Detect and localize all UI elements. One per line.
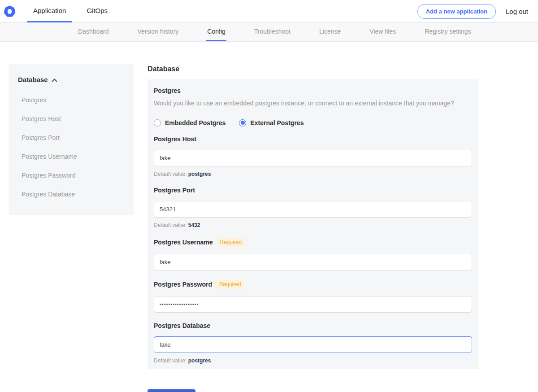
sidebar-item-postgres-host[interactable]: Postgres Host <box>18 111 125 126</box>
field-postgres-host: Postgres Host Default value: postgres <box>154 135 472 177</box>
primary-nav: Application GitOps <box>23 0 118 22</box>
default-value: postgres <box>188 357 211 364</box>
default-prefix: Default value: <box>154 171 188 177</box>
radio-external-postgres[interactable]: External Postgres <box>239 119 304 126</box>
postgres-username-label: Postgres Username <box>154 239 213 246</box>
sidebar-item-postgres-username[interactable]: Postgres Username <box>18 149 125 164</box>
radio-embedded-label: Embedded Postgres <box>165 119 226 126</box>
postgres-database-default-hint: Default value: postgres <box>154 357 472 364</box>
logout-link[interactable]: Log out <box>506 8 528 15</box>
postgres-port-label: Postgres Port <box>154 187 195 194</box>
field-postgres-port: Postgres Port Default value: 5432 <box>154 187 472 228</box>
sidebar-item-list: Postgres Postgres Host Postgres Port Pos… <box>18 92 125 202</box>
radio-unselected-icon[interactable] <box>154 119 161 126</box>
tab-application-label: Application <box>33 7 66 14</box>
tab-application[interactable]: Application <box>27 0 72 22</box>
config-sidebar: Database Postgres Postgres Host Postgres… <box>9 64 134 215</box>
kots-logo-icon <box>4 5 16 17</box>
postgres-password-label: Postgres Password <box>154 281 212 288</box>
group-label: Postgres <box>154 87 472 94</box>
field-postgres-username: Postgres Username Required <box>154 238 472 270</box>
radio-external-label: External Postgres <box>250 119 304 126</box>
postgres-mode-radio-group: Embedded Postgres External Postgres <box>154 119 472 126</box>
postgres-host-default-hint: Default value: postgres <box>154 171 472 177</box>
sidebar-group-database[interactable]: Database <box>18 76 125 83</box>
default-prefix: Default value: <box>154 357 188 364</box>
postgres-username-input[interactable] <box>154 254 472 270</box>
sidebar-group-label: Database <box>18 76 48 83</box>
config-group-panel: Postgres Would you like to use an embedd… <box>148 79 478 369</box>
tab-troubleshoot[interactable]: Troubleshoot <box>253 23 291 41</box>
default-value: 5432 <box>188 222 200 228</box>
tab-view-files[interactable]: View files <box>369 23 397 41</box>
sidebar-item-postgres[interactable]: Postgres <box>18 92 125 108</box>
postgres-database-label: Postgres Database <box>154 322 210 329</box>
postgres-port-default-hint: Default value: 5432 <box>154 222 472 228</box>
postgres-password-input[interactable] <box>154 296 472 313</box>
group-help-text: Would you like to use an embedded postgr… <box>154 99 472 108</box>
tab-dashboard[interactable]: Dashboard <box>77 23 110 41</box>
postgres-host-label: Postgres Host <box>154 135 196 143</box>
config-page: Database Postgres Postgres Host Postgres… <box>0 64 538 392</box>
add-new-application-button[interactable]: Add a new application <box>417 4 496 19</box>
tab-registry-settings[interactable]: Registry settings <box>424 23 472 41</box>
sidebar-item-postgres-database[interactable]: Postgres Database <box>18 187 125 202</box>
tab-gitops[interactable]: GitOps <box>80 0 114 22</box>
tab-version-history[interactable]: Version history <box>137 23 180 41</box>
section-title: Database <box>148 65 478 73</box>
save-config-button[interactable]: Save config <box>148 389 195 392</box>
app-logo[interactable] <box>4 0 23 22</box>
required-badge: Required <box>217 238 245 247</box>
default-value: postgres <box>188 171 211 177</box>
app-subnav: Dashboard Version history Config Trouble… <box>0 23 538 42</box>
default-prefix: Default value: <box>154 222 188 228</box>
tab-gitops-label: GitOps <box>87 7 108 14</box>
config-main: Database Postgres Would you like to use … <box>148 64 478 392</box>
field-postgres-password: Postgres Password Required <box>154 280 472 313</box>
postgres-port-input[interactable] <box>154 201 472 218</box>
header-actions: Add a new application Log out <box>417 0 538 22</box>
tab-config[interactable]: Config <box>206 23 226 41</box>
radio-selected-icon[interactable] <box>239 119 246 126</box>
chevron-up-icon <box>52 78 57 82</box>
postgres-database-input[interactable] <box>154 336 472 353</box>
tab-license[interactable]: License <box>318 23 342 41</box>
top-header: Application GitOps Add a new application… <box>0 0 538 23</box>
sidebar-item-postgres-port[interactable]: Postgres Port <box>18 130 125 145</box>
sidebar-item-postgres-password[interactable]: Postgres Password <box>18 168 125 183</box>
radio-embedded-postgres[interactable]: Embedded Postgres <box>154 119 226 126</box>
field-postgres-database: Postgres Database Default value: postgre… <box>154 322 472 364</box>
required-badge: Required <box>216 280 244 289</box>
postgres-host-input[interactable] <box>154 150 472 166</box>
